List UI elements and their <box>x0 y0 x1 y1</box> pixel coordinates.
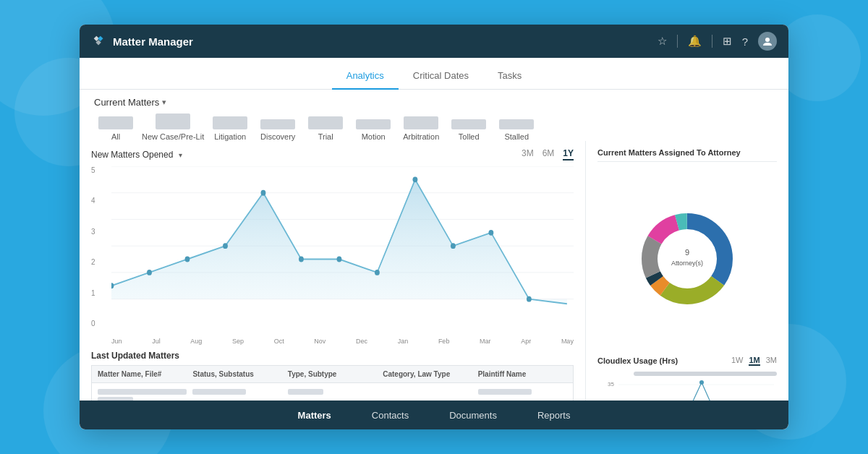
cloudlex-spike-dot <box>699 380 704 385</box>
chip-label-discovery: Discovery <box>260 132 295 141</box>
bell-icon[interactable]: 🔔 <box>688 35 702 48</box>
donut-center-label: Attorney(s) <box>671 260 703 267</box>
dot-oct <box>261 190 266 196</box>
chart-title: New Matters Opened ▾ <box>91 150 522 160</box>
chip-bar-tolled <box>451 119 486 129</box>
nav-icons: ☆ 🔔 ⊞ ? <box>658 32 777 51</box>
nav-divider-1 <box>677 35 678 48</box>
app-window: Matter Manager ☆ 🔔 ⊞ ? Analytics <box>80 25 788 429</box>
chip-label-trial: Trial <box>318 132 333 141</box>
two-col-layout: New Matters Opened ▾ 3M 6M 1Y 5 <box>80 141 788 429</box>
chart-title-chevron[interactable]: ▾ <box>179 151 182 159</box>
dot-nov <box>299 257 304 262</box>
question-icon[interactable]: ? <box>742 35 748 48</box>
x-label-may: May <box>561 338 574 345</box>
time-btn-1y[interactable]: 1Y <box>563 148 574 160</box>
chip-label-all: All <box>111 132 120 141</box>
chip-motion[interactable]: Motion <box>352 119 395 141</box>
tab-bar: Analytics Critical Dates Tasks <box>80 58 788 90</box>
chip-label-motion: Motion <box>362 132 386 141</box>
chip-label-tolled: Tolled <box>459 132 480 141</box>
x-label-feb: Feb <box>438 338 450 345</box>
time-btn-3m[interactable]: 3M <box>522 148 534 160</box>
chip-bar-motion <box>356 119 391 129</box>
chart-container: 5 4 3 2 1 0 <box>91 166 574 345</box>
bottom-nav-contacts[interactable]: Contacts <box>366 410 414 421</box>
chip-bar-discovery <box>260 119 295 129</box>
td-bar-1-1 <box>98 389 187 395</box>
bottom-nav-documents[interactable]: Documents <box>443 410 503 421</box>
bottom-nav-reports[interactable]: Reports <box>532 410 576 421</box>
cloudlex-btn-1w[interactable]: 1W <box>731 356 744 366</box>
left-column: New Matters Opened ▾ 3M 6M 1Y 5 <box>80 141 586 429</box>
star-icon[interactable]: ☆ <box>658 35 667 48</box>
y-label-5: 5 <box>91 166 95 174</box>
chip-trial[interactable]: Trial <box>304 116 347 141</box>
chip-label-stalled: Stalled <box>504 132 529 141</box>
chip-label-new-case: New Case/Pre-Lit <box>142 132 204 141</box>
chip-stalled[interactable]: Stalled <box>495 119 538 141</box>
tab-analytics[interactable]: Analytics <box>332 70 399 90</box>
bottom-nav-matters[interactable]: Matters <box>292 410 337 421</box>
svg-point-0 <box>765 38 770 42</box>
chip-all[interactable]: All <box>94 116 137 141</box>
time-btn-6m[interactable]: 6M <box>542 148 555 160</box>
td-bar-1-5 <box>478 389 532 395</box>
col-category: Category, Law Type <box>383 370 472 378</box>
chip-arbitration[interactable]: Arbitration <box>399 116 443 141</box>
y-labels: 5 4 3 2 1 0 <box>91 166 98 327</box>
donut-center-num: 9 <box>685 248 689 257</box>
dot-sep <box>223 243 228 249</box>
chip-litigation[interactable]: Litigation <box>208 116 252 141</box>
chip-bar-trial <box>308 116 343 129</box>
dot-jan <box>375 270 380 275</box>
donut-chart-svg: 9 Attorney(s) <box>633 205 741 313</box>
chip-new-case[interactable]: New Case/Pre-Lit <box>142 113 204 141</box>
dot-mar <box>451 243 456 249</box>
dot-feb <box>412 176 417 182</box>
nav-divider-2 <box>712 35 712 48</box>
x-label-aug: Aug <box>190 338 202 345</box>
brand-icon <box>91 33 107 49</box>
chip-bar-litigation <box>213 116 247 129</box>
cloudlex-btn-3m[interactable]: 3M <box>766 356 777 366</box>
y-label-1: 1 <box>91 289 95 297</box>
tab-tasks[interactable]: Tasks <box>483 70 536 90</box>
brand: Matter Manager <box>91 33 193 49</box>
top-nav: Matter Manager ☆ 🔔 ⊞ ? <box>80 25 788 58</box>
dot-aug <box>185 257 190 262</box>
grid-icon[interactable]: ⊞ <box>723 35 732 48</box>
area-chart-svg <box>91 166 574 345</box>
svg-text:35: 35 <box>608 381 614 387</box>
tab-critical-dates[interactable]: Critical Dates <box>399 70 483 90</box>
filter-title: Current Matters <box>94 97 159 108</box>
chip-bar-new-case <box>156 113 190 129</box>
chip-tolled[interactable]: Tolled <box>447 119 490 141</box>
area-fill <box>111 179 567 304</box>
chip-discovery[interactable]: Discovery <box>256 119 299 141</box>
x-labels: Jun Jul Aug Sep Oct Nov Dec Jan Feb Mar … <box>111 338 574 345</box>
dot-dec <box>337 257 342 262</box>
cloudlex-btn-1m[interactable]: 1M <box>749 356 760 366</box>
dot-jul <box>147 270 152 275</box>
donut-container: 9 Attorney(s) <box>597 168 777 350</box>
table-title: Last Updated Matters <box>91 351 574 361</box>
filter-header: Current Matters ▾ <box>94 97 774 108</box>
x-label-dec: Dec <box>356 338 367 345</box>
cloudlex-title: Cloudlex Usage (Hrs) <box>597 356 731 365</box>
filter-section: Current Matters ▾ All New Case/Pre-Lit L… <box>80 90 788 141</box>
brand-title: Matter Manager <box>113 35 193 48</box>
x-label-jan: Jan <box>398 338 409 345</box>
x-label-oct: Oct <box>274 338 284 345</box>
col-matter-name: Matter Name, File# <box>98 370 187 378</box>
donut-title: Current Matters Assigned To Attorney <box>597 148 777 162</box>
col-plaintiff: Plaintiff Name <box>478 370 567 378</box>
outer-background: Matter Manager ☆ 🔔 ⊞ ? Analytics <box>0 0 868 454</box>
x-label-jul: Jul <box>152 338 161 345</box>
right-column: Current Matters Assigned To Attorney <box>586 141 788 429</box>
y-label-2: 2 <box>91 258 95 266</box>
avatar[interactable] <box>758 32 777 51</box>
time-buttons: 3M 6M 1Y <box>522 148 574 160</box>
filter-chevron[interactable]: ▾ <box>162 98 166 107</box>
bottom-nav: Matters Contacts Documents Reports <box>80 401 788 429</box>
